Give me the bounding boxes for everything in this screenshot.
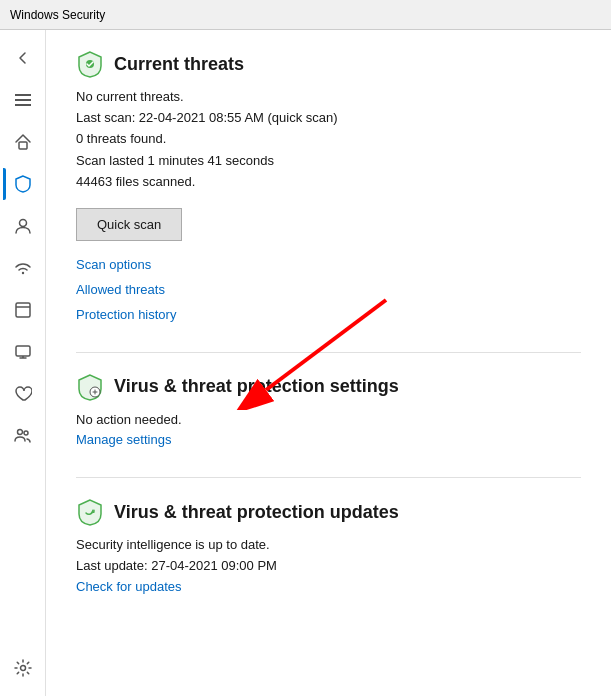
current-threats-title: Current threats xyxy=(114,54,244,75)
title-bar-label: Windows Security xyxy=(10,8,105,22)
virus-updates-header: Virus & threat protection updates xyxy=(76,498,581,526)
virus-settings-icon xyxy=(76,373,104,401)
user-icon[interactable] xyxy=(3,206,43,246)
back-icon[interactable] xyxy=(3,38,43,78)
wifi-icon[interactable] xyxy=(3,248,43,288)
svg-rect-6 xyxy=(16,303,30,317)
scan-options-link[interactable]: Scan options xyxy=(76,257,581,272)
svg-rect-0 xyxy=(15,94,31,96)
settings-bottom-icon[interactable] xyxy=(3,648,43,688)
scan-duration-text: Scan lasted 1 minutes 41 seconds xyxy=(76,152,581,170)
svg-rect-3 xyxy=(19,142,27,149)
last-update-text: Last update: 27-04-2021 09:00 PM xyxy=(76,557,581,575)
threats-found-text: 0 threats found. xyxy=(76,130,581,148)
check-updates-link[interactable]: Check for updates xyxy=(76,579,581,594)
family-icon[interactable] xyxy=(3,416,43,456)
current-threats-header: Current threats xyxy=(76,50,581,78)
health-icon[interactable] xyxy=(3,374,43,414)
home-icon[interactable] xyxy=(3,122,43,162)
content-wrapper: Current threats No current threats. Last… xyxy=(46,30,611,696)
last-scan-text: Last scan: 22-04-2021 08:55 AM (quick sc… xyxy=(76,109,581,127)
svg-point-13 xyxy=(20,666,25,671)
shield-nav-icon[interactable] xyxy=(3,164,43,204)
svg-point-12 xyxy=(24,431,28,435)
manage-settings-link[interactable]: Manage settings xyxy=(76,432,581,447)
quick-scan-button[interactable]: Quick scan xyxy=(76,208,182,241)
virus-settings-status: No action needed. xyxy=(76,411,581,429)
svg-point-4 xyxy=(19,220,26,227)
svg-rect-8 xyxy=(16,346,30,356)
svg-point-5 xyxy=(21,272,23,274)
current-threats-body: No current threats. Last scan: 22-04-202… xyxy=(76,88,581,322)
current-threats-section: Current threats No current threats. Last… xyxy=(76,50,581,322)
main-content: Current threats No current threats. Last… xyxy=(46,30,611,644)
title-bar: Windows Security xyxy=(0,0,611,30)
virus-updates-title: Virus & threat protection updates xyxy=(114,502,399,523)
svg-rect-2 xyxy=(15,104,31,106)
protection-history-link[interactable]: Protection history xyxy=(76,307,581,322)
svg-point-11 xyxy=(17,430,22,435)
browser-icon[interactable] xyxy=(3,290,43,330)
virus-settings-title: Virus & threat protection settings xyxy=(114,376,399,397)
current-threats-icon xyxy=(76,50,104,78)
allowed-threats-link[interactable]: Allowed threats xyxy=(76,282,581,297)
device-icon[interactable] xyxy=(3,332,43,372)
sidebar xyxy=(0,30,46,696)
divider-1 xyxy=(76,352,581,353)
files-scanned-text: 44463 files scanned. xyxy=(76,173,581,191)
virus-updates-status: Security intelligence is up to date. xyxy=(76,536,581,554)
divider-2 xyxy=(76,477,581,478)
menu-icon[interactable] xyxy=(3,80,43,120)
virus-settings-header: Virus & threat protection settings xyxy=(76,373,581,401)
virus-updates-section: Virus & threat protection updates Securi… xyxy=(76,498,581,593)
threats-status: No current threats. xyxy=(76,88,581,106)
virus-settings-section: Virus & threat protection settings No ac… xyxy=(76,373,581,447)
virus-settings-body: No action needed. Manage settings xyxy=(76,411,581,447)
svg-rect-1 xyxy=(15,99,31,101)
virus-updates-icon xyxy=(76,498,104,526)
virus-updates-body: Security intelligence is up to date. Las… xyxy=(76,536,581,593)
